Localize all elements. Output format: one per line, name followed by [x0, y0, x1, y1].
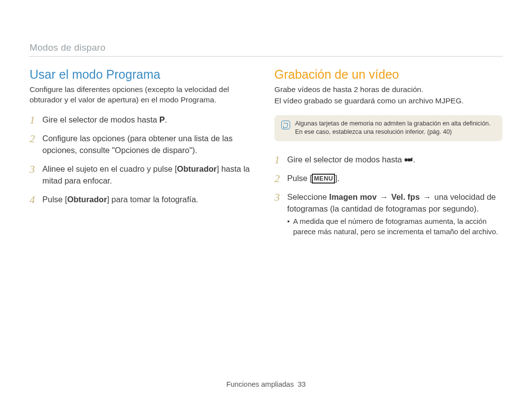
intro-video-1: Grabe vídeos de hasta 2 horas de duració…	[274, 85, 502, 95]
svg-rect-4	[412, 158, 413, 159]
step-number: 1	[274, 154, 282, 166]
footer-page-number: 33	[298, 380, 305, 388]
step-text: Alinee el sujeto en el cuadro y pulse [O…	[42, 163, 258, 187]
step-number: 2	[30, 133, 37, 145]
note-icon	[281, 121, 290, 129]
menu-button-label: MENU	[312, 174, 335, 184]
svg-rect-2	[410, 158, 412, 161]
step-number: 2	[274, 173, 282, 185]
step-number: 3	[274, 191, 282, 203]
breadcrumb: Modos de disparo	[30, 42, 502, 53]
step-sub-bullet: A medida que el número de fotogramas aum…	[287, 216, 502, 237]
divider	[30, 56, 502, 57]
step: 4 Pulse [Obturador] para tomar la fotogr…	[30, 194, 258, 206]
page-footer: Funciones ampliadas 33	[0, 380, 532, 388]
arrow-icon: →	[379, 191, 389, 203]
steps-program: 1 Gire el selector de modos hasta P. 2 C…	[30, 114, 258, 206]
step: 3 Seleccione Imagen mov → Vel. fps → una…	[274, 191, 502, 237]
p-icon: P	[160, 114, 165, 126]
step-text: Configure las opciones (para obtener una…	[42, 133, 258, 156]
step: 2 Pulse [MENU].	[274, 173, 502, 185]
footer-section: Funciones ampliadas	[226, 380, 294, 388]
section-title-video: Grabación de un vídeo	[274, 67, 502, 82]
step: 3 Alinee el sujeto en el cuadro y pulse …	[30, 163, 258, 187]
page: Modos de disparo Usar el modo Programa C…	[0, 0, 532, 401]
step: 2 Configure las opciones (para obtener u…	[30, 133, 258, 156]
step-text: Gire el selector de modos hasta P.	[42, 114, 167, 126]
step-text: Gire el selector de modos hasta .	[287, 154, 415, 166]
step-text: Pulse [Obturador] para tomar la fotograf…	[42, 194, 198, 206]
right-column: Grabación de un vídeo Grabe vídeos de ha…	[274, 67, 502, 244]
step-number: 1	[30, 114, 37, 126]
step-text: Seleccione Imagen mov → Vel. fps → una v…	[287, 191, 502, 237]
step: 1 Gire el selector de modos hasta P.	[30, 114, 258, 126]
note-text: Algunas tarjetas de memoria no admiten l…	[295, 120, 496, 137]
steps-video: 1 Gire el selector de modos hasta . 2 Pu…	[274, 154, 502, 237]
movie-icon	[404, 154, 413, 160]
intro-video-2: El vídeo grabado se guardará como un arc…	[274, 96, 502, 106]
arrow-icon: →	[422, 191, 432, 203]
note-box: Algunas tarjetas de memoria no admiten l…	[274, 115, 502, 141]
content-columns: Usar el modo Programa Configure las dife…	[30, 67, 502, 244]
step-number: 4	[30, 194, 37, 206]
step-number: 3	[30, 163, 37, 175]
intro-program: Configure las diferentes opciones (excep…	[30, 85, 258, 105]
svg-point-0	[404, 158, 407, 161]
svg-point-1	[407, 158, 410, 161]
step: 1 Gire el selector de modos hasta .	[274, 154, 502, 166]
svg-rect-3	[411, 158, 412, 159]
step-text: Pulse [MENU].	[287, 173, 339, 185]
section-title-program: Usar el modo Programa	[30, 67, 258, 82]
left-column: Usar el modo Programa Configure las dife…	[30, 67, 258, 244]
